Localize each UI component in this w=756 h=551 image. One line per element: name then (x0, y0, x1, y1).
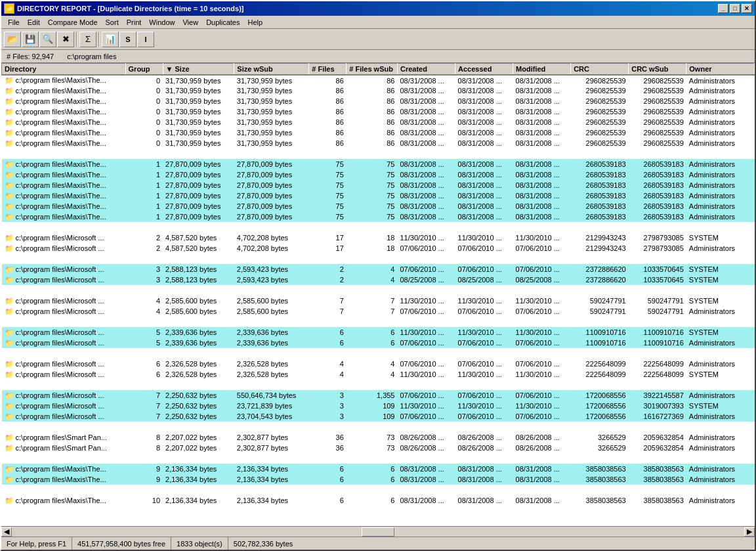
data-cell: 17 (309, 232, 346, 243)
col-header-modified[interactable]: Modified (513, 64, 571, 76)
data-cell: 2798793085 (629, 243, 686, 253)
col-header-size[interactable]: ▼ Size (163, 64, 234, 76)
data-cell: 08/25/2008 ... (397, 275, 455, 285)
col-header-directory[interactable]: Directory (2, 64, 126, 76)
table-row[interactable]: 📁 c:\program files\Smart Pan...82,207,02… (2, 443, 755, 453)
dir-cell: 📁 c:\program files\Maxis\The... (2, 464, 126, 474)
menu-window[interactable]: Window (145, 17, 178, 28)
scroll-left-button[interactable]: ◀ (1, 527, 12, 537)
table-row[interactable]: 📁 c:\program files\Microsoft ...72,250,6… (2, 411, 755, 422)
data-cell: Administrators (686, 211, 755, 222)
data-cell: 2,585,600 bytes (234, 296, 309, 306)
table-row[interactable]: 📁 c:\program files\Microsoft ...32,588,1… (2, 264, 755, 275)
table-row[interactable]: 📁 c:\program files\Maxis\The...031,730,9… (2, 75, 755, 85)
table-row[interactable]: 📁 c:\program files\Microsoft ...52,339,6… (2, 338, 755, 348)
table-row[interactable]: 📁 c:\program files\Maxis\The...92,136,33… (2, 474, 755, 485)
data-cell: 08/31/2008 ... (455, 201, 513, 211)
menu-file[interactable]: File (4, 17, 24, 28)
open-button[interactable]: 📂 (4, 32, 21, 47)
table-row[interactable]: 📁 c:\program files\Maxis\The...127,870,0… (2, 159, 755, 169)
col-header-created[interactable]: Created (397, 64, 455, 76)
data-cell: 08/31/2008 ... (513, 474, 571, 485)
table-row[interactable]: 📁 c:\program files\Maxis\The...031,730,9… (2, 127, 755, 138)
sum-button[interactable]: Σ (79, 32, 96, 47)
table-row[interactable]: 📁 c:\program files\Microsoft ...62,326,5… (2, 369, 755, 380)
col-header-fileswsub[interactable]: # Files wSub (346, 64, 398, 76)
table-row[interactable]: 📁 c:\program files\Maxis\The...031,730,9… (2, 96, 755, 106)
table-row[interactable]: 📁 c:\program files\Microsoft ...52,339,6… (2, 327, 755, 338)
dir-cell: 📁 c:\program files\Maxis\The... (2, 180, 126, 190)
col-header-crc[interactable]: CRC (571, 64, 629, 76)
table-row[interactable]: 📁 c:\program files\Microsoft ...24,587,5… (2, 232, 755, 243)
minimize-button[interactable]: _ (718, 4, 728, 13)
data-cell: 2,250,632 bytes (163, 390, 234, 401)
menu-compare[interactable]: Compare Mode (44, 17, 102, 28)
app-icon: 📁 (4, 3, 14, 14)
data-cell: 2960825539 (571, 85, 629, 96)
data-cell: 2,207,022 bytes (163, 432, 234, 443)
scroll-right-button[interactable]: ▶ (744, 527, 755, 537)
table-container[interactable]: Directory Group ▼ Size Size wSub # Files… (1, 63, 755, 526)
menu-edit[interactable]: Edit (24, 17, 44, 28)
close-button[interactable]: ✕ (742, 4, 752, 13)
maximize-button[interactable]: □ (730, 4, 740, 13)
table-row[interactable]: 📁 c:\program files\Maxis\The...031,730,9… (2, 106, 755, 117)
data-cell: 2680539183 (571, 211, 629, 222)
data-cell: 2,326,528 bytes (163, 369, 234, 380)
table-row[interactable]: 📁 c:\program files\Microsoft ...24,587,5… (2, 243, 755, 253)
data-cell: 2960825539 (629, 96, 686, 106)
table-row[interactable]: 📁 c:\program files\Maxis\The...127,870,0… (2, 180, 755, 190)
table-row[interactable]: 📁 c:\program files\Maxis\The...127,870,0… (2, 190, 755, 201)
table-row[interactable]: 📁 c:\program files\Maxis\The...031,730,9… (2, 138, 755, 148)
scroll-thumb[interactable] (362, 527, 394, 537)
dir-cell: 📁 c:\program files\Maxis\The... (2, 75, 126, 85)
data-cell: 2,593,423 bytes (234, 275, 309, 285)
col-header-files[interactable]: # Files (309, 64, 346, 76)
table-row[interactable]: 📁 c:\program files\Microsoft ...42,585,6… (2, 296, 755, 306)
data-cell: 07/06/2010 ... (397, 338, 455, 348)
data-cell: 08/31/2008 ... (397, 201, 455, 211)
col-header-accessed[interactable]: Accessed (455, 64, 513, 76)
menu-duplicates[interactable]: Duplicates (202, 17, 243, 28)
table-row[interactable]: 📁 c:\program files\Microsoft ...32,588,1… (2, 275, 755, 285)
data-cell: 2,136,334 bytes (234, 464, 309, 474)
table-row[interactable]: 📁 c:\program files\Maxis\The...031,730,9… (2, 117, 755, 127)
table-row[interactable]: 📁 c:\program files\Maxis\The...031,730,9… (2, 85, 755, 96)
data-cell: 2960825539 (629, 138, 686, 148)
table-row[interactable]: 📁 c:\program files\Maxis\The...127,870,0… (2, 211, 755, 222)
data-cell: 27,870,009 bytes (234, 169, 309, 180)
table-row[interactable]: 📁 c:\program files\Smart Pan...82,207,02… (2, 432, 755, 443)
menu-view[interactable]: View (178, 17, 202, 28)
table-row[interactable]: 📁 c:\program files\Maxis\The...92,136,33… (2, 464, 755, 474)
table-row[interactable]: 📁 c:\program files\Maxis\The...127,870,0… (2, 201, 755, 211)
i-button[interactable]: I (137, 32, 154, 47)
table-row[interactable]: 📁 c:\program files\Microsoft ...72,250,6… (2, 401, 755, 411)
data-cell: 2,588,123 bytes (163, 264, 234, 275)
data-cell: 27,870,009 bytes (163, 201, 234, 211)
col-header-sizewsub[interactable]: Size wSub (234, 64, 309, 76)
table-row[interactable]: 📁 c:\program files\Microsoft ...42,585,6… (2, 306, 755, 317)
table-row[interactable]: 📁 c:\program files\Microsoft ...72,250,6… (2, 390, 755, 401)
s-button[interactable]: S (119, 32, 136, 47)
data-cell: 2372886620 (571, 264, 629, 275)
data-cell: 27,870,009 bytes (234, 211, 309, 222)
dir-cell: 📁 c:\program files\Maxis\The... (2, 138, 126, 148)
menu-help[interactable]: Help (243, 17, 266, 28)
save-button[interactable]: 💾 (22, 32, 39, 47)
data-cell: 1 (125, 169, 163, 180)
table-row[interactable]: 📁 c:\program files\Maxis\The...127,870,0… (2, 169, 755, 180)
data-cell: 08/26/2008 ... (513, 443, 571, 453)
col-header-group[interactable]: Group (125, 64, 163, 76)
data-cell: Administrators (686, 190, 755, 201)
search-button[interactable]: 🔍 (39, 32, 56, 47)
cancel-button[interactable]: ✖ (57, 32, 74, 47)
col-header-crcwsub[interactable]: CRC wSub (629, 64, 686, 76)
menu-print[interactable]: Print (123, 17, 146, 28)
horizontal-scrollbar[interactable]: ◀ ▶ (1, 526, 755, 537)
table-row[interactable]: 📁 c:\program files\Maxis\The...102,136,3… (2, 495, 755, 506)
menu-sort[interactable]: Sort (102, 17, 123, 28)
table-row[interactable]: 📁 c:\program files\Microsoft ...62,326,5… (2, 359, 755, 369)
chart-button[interactable]: 📊 (102, 32, 119, 47)
col-header-owner[interactable]: Owner (686, 64, 755, 76)
data-cell: 11/30/2010 ... (397, 401, 455, 411)
